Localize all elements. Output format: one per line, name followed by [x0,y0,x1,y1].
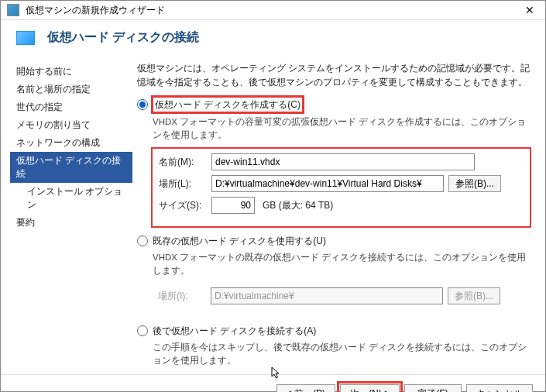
option-use-existing: 既存の仮想ハード ディスクを使用する(U) VHDX フォーマットの既存の仮想ハ… [137,234,531,318]
size-unit-label: GB (最大: 64 TB) [263,198,333,212]
sidebar-item-before-start[interactable]: 開始する前に [10,63,132,81]
finish-button[interactable]: 完了(F) [404,384,462,393]
create-vhd-form: 名前(M): 場所(L): 参照(B)... サイズ(S): GB (最大: 6… [151,147,531,228]
header-icon [16,31,35,45]
footer: < 前へ(P) 次へ(N) > 完了(F) キャンセル [1,374,545,393]
app-icon [7,4,19,16]
radio-use-existing[interactable] [137,236,148,246]
size-input[interactable] [211,197,255,214]
sidebar-item-summary[interactable]: 要約 [10,214,132,232]
existing-browse-button: 参照(B)... [448,287,500,304]
close-icon[interactable]: ✕ [520,1,539,19]
wizard-body: 開始する前に 名前と場所の指定 世代の指定 メモリの割り当て ネットワークの構成… [1,55,545,374]
description-text: 仮想マシンには、オペレーティング システムをインストールするための記憶域が必要で… [137,61,531,89]
cancel-button[interactable]: キャンセル [466,384,533,393]
option-create-vhd: 仮想ハード ディスクを作成する(C) VHDX フォーマットの容量可変の拡張仮想… [137,97,531,228]
wizard-header: 仮想ハード ディスクの接続 [1,20,545,55]
location-input[interactable] [211,175,444,192]
sidebar-item-install-options[interactable]: インストール オプション [10,183,132,214]
sidebar-item-name-location[interactable]: 名前と場所の指定 [10,81,132,98]
sidebar-item-network[interactable]: ネットワークの構成 [10,134,132,152]
size-label: サイズ(S): [159,198,207,212]
option-use-existing-label[interactable]: 既存の仮想ハード ディスクを使用する(U) [153,234,326,248]
page-title: 仮想ハード ディスクの接続 [47,29,199,46]
next-button[interactable]: 次へ(N) > [340,384,400,393]
window-title: 仮想マシンの新規作成ウィザード [26,4,520,17]
existing-location-input [211,287,443,304]
name-label: 名前(M): [159,155,207,169]
sidebar-item-memory[interactable]: メモリの割り当て [10,116,132,134]
sidebar-item-generation[interactable]: 世代の指定 [10,98,132,116]
radio-attach-later[interactable] [137,325,148,336]
location-label: 場所(L): [159,177,207,191]
option-use-existing-desc: VHDX フォーマットの既存の仮想ハード ディスクを接続するには、このオプション… [153,251,531,278]
sidebar-item-vhd-connect[interactable]: 仮想ハード ディスクの接続 [10,152,132,183]
prev-button[interactable]: < 前へ(P) [276,384,335,393]
radio-create-vhd[interactable] [137,99,148,110]
option-attach-later-desc: この手順を今はスキップし、後で既存の仮想ハード ディスクを接続するには、このオプ… [153,341,531,368]
wizard-window: 仮想マシンの新規作成ウィザード ✕ 仮想ハード ディスクの接続 開始する前に 名… [0,0,546,392]
titlebar: 仮想マシンの新規作成ウィザード ✕ [1,1,545,20]
option-create-vhd-desc: VHDX フォーマットの容量可変の拡張仮想ハード ディスクを作成するには、このオ… [153,115,531,143]
browse-button[interactable]: 参照(B)... [448,175,501,192]
option-attach-later: 後で仮想ハード ディスクを接続する(A) この手順を今はスキップし、後で既存の仮… [137,324,531,368]
content-area: 仮想マシンには、オペレーティング システムをインストールするための記憶域が必要で… [132,55,545,374]
option-create-vhd-label[interactable]: 仮想ハード ディスクを作成する(C) [153,97,303,112]
option-attach-later-label[interactable]: 後で仮想ハード ディスクを接続する(A) [153,324,316,338]
existing-location-label: 場所(I): [158,289,206,303]
name-input[interactable] [211,153,475,170]
sidebar: 開始する前に 名前と場所の指定 世代の指定 メモリの割り当て ネットワークの構成… [1,55,132,374]
existing-vhd-form: 場所(I): 参照(B)... [151,282,531,318]
